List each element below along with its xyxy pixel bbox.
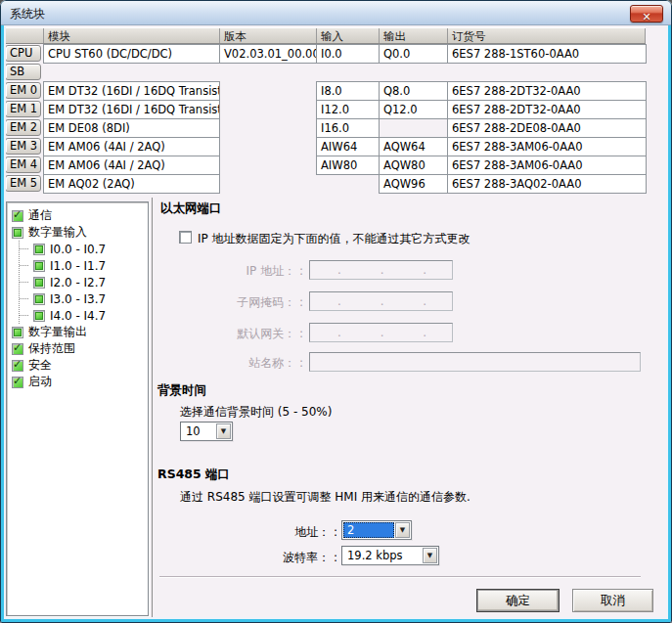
checkbox-partial-icon[interactable] (12, 327, 23, 338)
tree-connector (20, 282, 28, 283)
cell-module[interactable]: CPU ST60 (DC/DC/DC) (43, 44, 220, 64)
checkbox-partial-icon[interactable] (33, 277, 45, 289)
cell-output[interactable]: AQW64 (379, 137, 448, 156)
background-time-heading: 背景时间 (157, 382, 206, 399)
checkbox-checked-icon[interactable]: ✓ (12, 377, 23, 388)
cell-module[interactable]: EM AQ02 (2AQ) (43, 174, 220, 194)
row-header-em5[interactable]: EM 5 (5, 175, 41, 192)
cell-output[interactable]: AQW80 (379, 156, 448, 175)
checkbox-checked-icon[interactable]: ✓ (12, 210, 23, 222)
tree-item-communication[interactable]: ✓ 通信 (7, 207, 148, 224)
settings-tree: ✓ 通信 数字量输入 I0.0 - I0.7 I1.0 - I1.7 I2.0 … (6, 201, 149, 616)
cell-order[interactable]: 6ES7 288-2DE08-0AA0 (447, 118, 647, 138)
cell-output[interactable]: AQW96 (379, 174, 448, 194)
subnet-mask-label: 子网掩码： : (157, 294, 303, 311)
default-gateway-field: . . . (309, 323, 453, 342)
tree-item-label: 数字量输入 (28, 224, 87, 241)
rs485-description: 通过 RS485 端口设置可调整 HMI 用来通信的通信参数. (180, 489, 470, 506)
cell-order[interactable]: 6ES7 288-2DT32-0AA0 (447, 81, 647, 101)
tree-item-digital-outputs[interactable]: 数字量输出 (7, 324, 148, 340)
chevron-down-icon[interactable]: ▼ (423, 548, 437, 563)
header-separator (219, 28, 220, 43)
station-name-field (309, 352, 641, 372)
tree-item-label: I1.0 - I1.7 (50, 259, 106, 273)
tree-connector (20, 248, 28, 249)
tree-connector (20, 298, 28, 299)
cell-input[interactable]: AIW80 (316, 156, 380, 175)
tree-item-digital-inputs[interactable]: 数字量输入 (7, 224, 148, 241)
cell-output[interactable]: Q0.0 (379, 44, 448, 64)
chevron-down-icon[interactable]: ▼ (216, 423, 231, 439)
tree-item-label: 保持范围 (28, 340, 75, 357)
cell-order[interactable]: 6ES7 288-1ST60-0AA0 (447, 44, 647, 64)
checkbox-partial-icon[interactable] (12, 227, 23, 239)
column-header-output: 输出 (383, 29, 406, 44)
tree-connector (20, 265, 28, 266)
cancel-button[interactable]: 取消 (572, 589, 653, 612)
ethernet-section-heading: 以太网端口 (160, 200, 222, 217)
rs485-section-heading: RS485 端口 (157, 467, 230, 483)
cell-version[interactable]: V02.03.01_00.00... (219, 44, 317, 64)
header-separator (379, 28, 380, 43)
close-icon: ✕ (642, 11, 650, 23)
background-time-value: 10 (182, 423, 215, 439)
tree-item-startup[interactable]: ✓ 启动 (7, 374, 148, 390)
cell-input[interactable]: I16.0 (316, 118, 380, 138)
cell-input[interactable]: I12.0 (316, 100, 380, 119)
close-button[interactable]: ✕ (630, 5, 663, 22)
checkbox-partial-icon[interactable] (33, 244, 45, 255)
cell-module[interactable]: EM DT32 (16DI / 16DQ Transistor) (43, 81, 220, 101)
cell-order[interactable]: 6ES7 288-2DT32-0AA0 (447, 100, 647, 119)
tree-item-label: 安全 (28, 357, 52, 374)
baud-rate-select[interactable]: 19.2 kbps ▼ (341, 546, 439, 565)
tree-item-i4[interactable]: I4.0 - I4.7 (20, 307, 148, 324)
checkbox-partial-icon[interactable] (33, 260, 45, 272)
row-header-em1[interactable]: EM 1 (5, 101, 41, 117)
baud-rate-value: 19.2 kbps (343, 548, 422, 563)
cell-input[interactable]: AIW64 (316, 137, 380, 156)
row-header-em3[interactable]: EM 3 (5, 138, 41, 155)
fixed-ip-checkbox[interactable] (179, 231, 192, 244)
tree-item-retentive-ranges[interactable]: ✓ 保持范围 (7, 340, 148, 357)
checkbox-checked-icon[interactable]: ✓ (12, 343, 23, 355)
chevron-down-icon[interactable]: ▼ (395, 522, 410, 538)
row-header-em0[interactable]: EM 0 (5, 82, 41, 99)
tree-item-label: I2.0 - I2.7 (50, 276, 106, 289)
checkbox-partial-icon[interactable] (33, 293, 45, 305)
column-header-order: 订货号 (452, 29, 486, 44)
tree-item-label: 通信 (28, 207, 52, 224)
default-gateway-label: 默认网关： : (157, 326, 303, 342)
title-bar[interactable]: 系统块 ✕ (1, 1, 671, 25)
tree-item-i1[interactable]: I1.0 - I1.7 (20, 257, 148, 274)
header-separator (316, 28, 317, 43)
cell-order[interactable]: 6ES7 288-3AM06-0AA0 (447, 156, 647, 175)
ok-button[interactable]: 确定 (476, 589, 560, 612)
checkbox-checked-icon[interactable]: ✓ (12, 360, 23, 372)
row-header-cpu[interactable]: CPU (5, 45, 41, 62)
row-header-em4[interactable]: EM 4 (5, 156, 41, 173)
cell-module[interactable]: EM DT32 (16DI / 16DQ Transistor) (43, 100, 220, 119)
cell-module[interactable]: EM AM06 (4AI / 2AQ) (43, 137, 220, 156)
cell-module[interactable]: EM AM06 (4AI / 2AQ) (43, 156, 220, 175)
cell-order[interactable]: 6ES7 288-3AM06-0AA0 (447, 137, 647, 156)
cell-output[interactable]: Q12.0 (379, 100, 448, 119)
cell-input[interactable]: I0.0 (316, 44, 380, 64)
tree-connector (20, 315, 28, 316)
tree-item-label: I3.0 - I3.7 (50, 292, 106, 306)
cell-input[interactable]: I8.0 (316, 81, 380, 101)
cell-order[interactable]: 6ES7 288-3AQ02-0AA0 (447, 174, 647, 194)
row-header-sb[interactable]: SB (5, 64, 41, 80)
checkbox-partial-icon[interactable] (33, 310, 45, 322)
column-header-version: 版本 (224, 29, 246, 44)
cell-module[interactable]: EM DE08 (8DI) (43, 118, 220, 138)
panel-separator (152, 198, 153, 618)
background-time-select[interactable]: 10 ▼ (180, 422, 233, 441)
tree-item-security[interactable]: ✓ 安全 (7, 357, 148, 374)
background-time-label: 选择通信背景时间 (5 - 50%) (180, 404, 332, 421)
cell-output[interactable]: Q8.0 (379, 81, 448, 101)
tree-item-i3[interactable]: I3.0 - I3.7 (20, 290, 148, 307)
tree-item-i2[interactable]: I2.0 - I2.7 (20, 274, 148, 290)
tree-item-i0[interactable]: I0.0 - I0.7 (20, 241, 148, 257)
address-select[interactable]: 2 ▼ (341, 520, 412, 540)
row-header-em2[interactable]: EM 2 (5, 119, 41, 136)
